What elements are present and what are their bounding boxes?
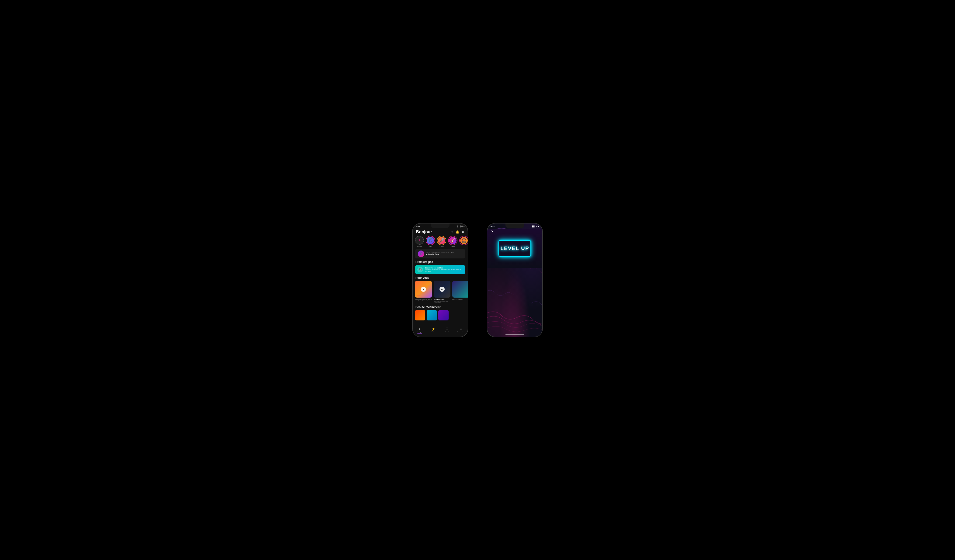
phones-container: 9:41 ▐▐▐ ⌘ ▮ Bonjour ⊡ 🔔 ⚙: [412, 223, 543, 337]
story-avatar-pierre: 🎸: [449, 237, 457, 244]
ecoute-item-2[interactable]: [427, 310, 437, 321]
nav-item-favoris[interactable]: ♡ Favoris: [440, 327, 454, 334]
story-label-extra: ...: [463, 246, 465, 247]
settings-icon[interactable]: ⚙: [462, 230, 465, 234]
story-label-coline: Coline: [440, 246, 443, 247]
nav-label-musique: Musique: [417, 331, 422, 333]
premiers-pas-section-title: Premiers pas: [413, 260, 468, 265]
story-item-coline[interactable]: 🎤 Coline: [437, 236, 446, 247]
add-story-label: Ta story: [417, 246, 422, 247]
phone-2-notch: [506, 224, 524, 228]
story-ring-julien: 🎵: [426, 236, 435, 245]
page-title: Bonjour: [416, 230, 432, 235]
nav-item-recherche[interactable]: ⌕ Recherche: [454, 327, 468, 334]
home-indicator: [506, 334, 524, 335]
pv-card-top[interactable]: ▶ mon top de juin Avec Leto, S-Crew, AMK…: [434, 281, 451, 303]
story-label-julien: Julien: [429, 246, 432, 247]
story-item-julien[interactable]: 🎵 Julien: [426, 236, 435, 247]
pour-vous-cards: flow ▶ Un mix infini avec vos favoris et…: [413, 281, 468, 305]
ecoute-item-1[interactable]: [415, 310, 425, 321]
pv-card-other-sub: Avec B... Wallers...: [452, 299, 468, 300]
wifi-icon-2: ⌘: [536, 225, 537, 227]
premiers-pas-card[interactable]: 🎮 Découvre les battles Partage ta musiqu…: [415, 265, 465, 275]
nav-label-battle: Battle: [432, 331, 435, 333]
signal-icon: ▐▐▐: [457, 225, 460, 227]
friends-flow-title: Friend's flow: [426, 253, 463, 256]
phone-1-screen: 9:41 ▐▐▐ ⌘ ▮ Bonjour ⊡ 🔔 ⚙: [413, 224, 468, 337]
pv-card-flow[interactable]: flow ▶ Un mix infini avec vos favoris et…: [415, 281, 432, 303]
pv-card-top-title: mon top de juin: [434, 299, 451, 300]
pv-thumb-top: ▶: [434, 281, 451, 297]
phone-1-time: 9:41: [416, 225, 420, 228]
add-story-plus: +: [418, 238, 421, 242]
wifi-icon: ⌘: [461, 225, 463, 227]
story-item-extra[interactable]: 🎧 ...: [459, 236, 468, 247]
header-icons: ⊡ 🔔 ⚙: [451, 230, 465, 234]
phone-2: 9:41 ▐▐▐ ⌘ ▮ ✕ LEVEL UP Battle: [487, 223, 543, 337]
ecoute-row: [413, 310, 468, 321]
phone-2-screen: 9:41 ▐▐▐ ⌘ ▮ ✕ LEVEL UP Battle: [487, 224, 542, 337]
stories-row: + Ta story 🎵 Julien 🎤 Coline: [413, 236, 468, 249]
story-avatar-julien: 🎵: [427, 237, 434, 244]
add-story-avatar: +: [415, 236, 424, 245]
camera-icon[interactable]: ⊡: [451, 230, 453, 234]
story-item-pierre[interactable]: 🎸 Pierre: [448, 236, 457, 247]
phone-1-header: Bonjour ⊡ 🔔 ⚙: [413, 228, 468, 236]
play-btn-flow[interactable]: ▶: [421, 287, 426, 292]
story-label-pierre: Pierre: [451, 246, 455, 247]
neon-sign-text: LEVEL UP: [500, 246, 529, 252]
battery-icon-2: ▮: [538, 225, 539, 227]
level-up-area: LEVEL UP: [487, 228, 542, 268]
ecoute-item-3[interactable]: [438, 310, 449, 321]
friends-flow-card[interactable]: 🎵 LA PLAYLIST FAITES PAR TES AMIES Frien…: [415, 249, 465, 258]
play-btn-top[interactable]: ▶: [440, 287, 445, 292]
phone-2-status-icons: ▐▐▐ ⌘ ▮: [532, 225, 539, 227]
friends-flow-avatar: 🎵: [418, 250, 424, 257]
phone-1-status-icons: ▐▐▐ ⌘ ▮: [457, 225, 465, 227]
pv-card-top-sub: Avec Leto, S-Crew, AMK, Kikimoteleba: [434, 300, 451, 303]
nav-icon-recherche: ⌕: [460, 327, 462, 331]
story-avatar-extra: 🎧: [460, 237, 468, 244]
story-avatar-coline: 🎤: [438, 237, 445, 244]
nav-item-musique[interactable]: ♪ Musique: [413, 327, 426, 334]
neon-sign: LEVEL UP: [498, 240, 531, 257]
nav-icon-battle: ⚡: [431, 327, 435, 331]
friends-flow-text: LA PLAYLIST FAITES PAR TES AMIES Friend'…: [426, 252, 463, 256]
nav-icon-musique: ♪: [419, 327, 420, 331]
nav-underline-musique: [417, 333, 422, 334]
story-ring-pierre: 🎸: [448, 236, 457, 245]
pp-text: Découvre les battles Partage ta musique …: [425, 267, 463, 273]
nav-icon-favoris: ♡: [446, 327, 449, 331]
phone-1-notch: [431, 224, 449, 228]
pv-card-flow-sub: Un mix infini avec vos favoris et de bel…: [415, 299, 432, 302]
ecoute-section-title: Ecouté récemment: [413, 305, 468, 310]
pp-icon: 🎮: [417, 267, 423, 272]
pour-vous-section-title: Pour Vous: [413, 276, 468, 281]
pv-thumb-other: [452, 281, 468, 297]
nav-label-favoris: Favoris: [445, 331, 449, 333]
pp-main-text: Découvre les battles: [425, 267, 463, 269]
nav-item-battle[interactable]: ⚡ Battle: [426, 327, 440, 334]
story-ring-coline: 🎤: [437, 236, 446, 245]
add-story-item[interactable]: + Ta story: [415, 236, 424, 247]
pv-card-other[interactable]: Avec B... Wallers...: [452, 281, 468, 303]
pp-sub-text: Partage ta musique avec la communauté De…: [425, 269, 463, 273]
story-ring-extra: 🎧: [459, 236, 468, 245]
flow-label: flow: [416, 294, 420, 297]
phone-2-time: 9:41: [490, 225, 495, 228]
bell-icon[interactable]: 🔔: [456, 230, 459, 234]
pv-thumb-flow: flow ▶: [415, 281, 432, 297]
phone-1: 9:41 ▐▐▐ ⌘ ▮ Bonjour ⊡ 🔔 ⚙: [412, 223, 468, 337]
close-button[interactable]: ✕: [490, 229, 495, 234]
nav-label-recherche: Recherche: [457, 331, 464, 333]
signal-icon-2: ▐▐▐: [532, 225, 535, 227]
battery-icon: ▮: [463, 225, 465, 227]
bottom-nav: ♪ Musique ⚡ Battle ♡ Favoris ⌕ Recherche: [413, 325, 468, 337]
